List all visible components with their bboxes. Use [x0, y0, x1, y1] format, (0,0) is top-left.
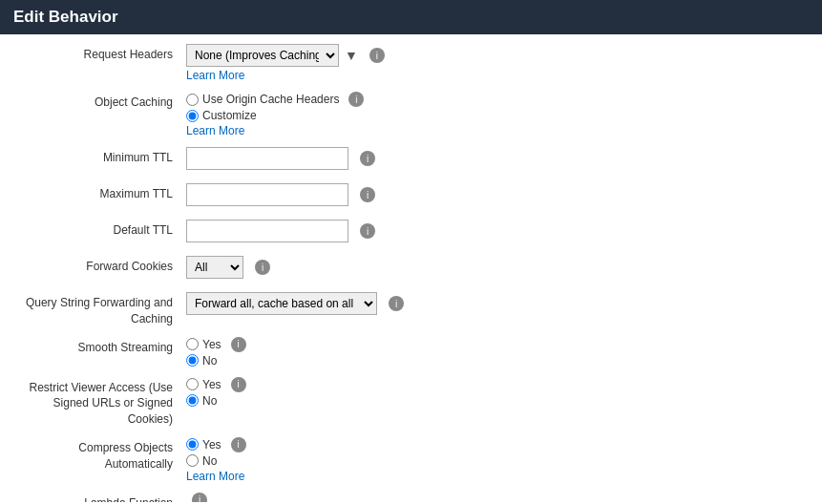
min-ttl-row: Minimum TTL 3500 i [19, 147, 803, 174]
restrict-viewer-radio-no[interactable] [186, 394, 199, 407]
smooth-streaming-label: Smooth Streaming [19, 337, 186, 356]
request-headers-controls: None (Improves Caching) ▼ i [186, 44, 803, 67]
max-ttl-row: Maximum TTL 31536000 i [19, 183, 803, 210]
smooth-streaming-row: Smooth Streaming Yes i No [19, 337, 803, 368]
smooth-streaming-no-row: No [186, 354, 803, 368]
compress-no-row: No [186, 454, 803, 468]
max-ttl-field: 31536000 i [186, 183, 803, 206]
request-headers-select[interactable]: None (Improves Caching) [186, 44, 339, 67]
object-caching-field: Use Origin Cache Headers i Customize Lea… [186, 92, 803, 137]
object-caching-row: Object Caching Use Origin Cache Headers … [19, 92, 803, 137]
restrict-viewer-yes-label: Yes [202, 378, 221, 391]
forward-cookies-select[interactable]: All [186, 256, 243, 279]
page-title: Edit Behavior [13, 8, 118, 26]
compress-field: Yes i No Learn More [186, 437, 803, 483]
query-string-select[interactable]: Forward all, cache based on all [186, 292, 377, 315]
min-ttl-controls: 3500 i [186, 147, 803, 170]
restrict-viewer-no-label: No [202, 394, 217, 408]
request-headers-learn-more[interactable]: Learn More [186, 69, 803, 82]
compress-no-label: No [202, 454, 217, 468]
query-string-label: Query String Forwarding and Caching [19, 292, 186, 327]
form-content: Request Headers None (Improves Caching) … [0, 34, 822, 502]
min-ttl-label: Minimum TTL [19, 147, 186, 166]
min-ttl-input[interactable]: 3500 [186, 147, 348, 170]
restrict-viewer-row: Restrict Viewer Access (Use Signed URLs … [19, 377, 803, 428]
request-headers-label: Request Headers [19, 44, 186, 63]
forward-cookies-row: Forward Cookies All i [19, 256, 803, 283]
object-caching-option2-row: Customize [186, 109, 803, 122]
request-headers-field: None (Improves Caching) ▼ i Learn More [186, 44, 803, 82]
default-ttl-info-icon[interactable]: i [360, 223, 375, 239]
smooth-streaming-field: Yes i No [186, 337, 803, 368]
request-headers-info-icon[interactable]: i [369, 48, 385, 63]
smooth-streaming-radio-no[interactable] [186, 354, 199, 367]
query-string-info-icon[interactable]: i [389, 296, 404, 311]
smooth-streaming-info-icon[interactable]: i [231, 337, 246, 352]
object-caching-option1-row: Use Origin Cache Headers i [186, 92, 803, 107]
default-ttl-field: 86400 i [186, 220, 803, 242]
object-caching-label: Object Caching [19, 92, 186, 111]
default-ttl-label: Default TTL [19, 220, 186, 239]
forward-cookies-info-icon[interactable]: i [255, 260, 270, 275]
compress-yes-row: Yes i [186, 437, 803, 452]
default-ttl-row: Default TTL 86400 i [19, 220, 803, 246]
lambda-info-icon[interactable]: i [192, 493, 207, 502]
forward-cookies-field: All i [186, 256, 803, 279]
object-caching-option2-label: Customize [202, 109, 257, 122]
restrict-viewer-radio-yes[interactable] [186, 378, 199, 390]
compress-info-icon[interactable]: i [231, 437, 246, 452]
object-caching-radio1[interactable] [186, 94, 199, 106]
forward-cookies-controls: All i [186, 256, 803, 279]
restrict-viewer-yes-row: Yes i [186, 377, 803, 392]
compress-radio-no[interactable] [186, 454, 199, 467]
object-caching-learn-more[interactable]: Learn More [186, 124, 803, 137]
compress-label: Compress Objects Automatically [19, 437, 186, 472]
request-headers-select-wrapper: None (Improves Caching) [186, 44, 339, 67]
restrict-viewer-label: Restrict Viewer Access (Use Signed URLs … [19, 377, 186, 428]
max-ttl-input[interactable]: 31536000 [186, 183, 348, 206]
lambda-label: Lambda Function Associations [19, 493, 186, 502]
compress-radio-yes[interactable] [186, 438, 199, 451]
restrict-viewer-info-icon[interactable]: i [231, 377, 246, 392]
min-ttl-info-icon[interactable]: i [360, 151, 375, 166]
lambda-field: i [186, 493, 803, 502]
request-headers-row: Request Headers None (Improves Caching) … [19, 44, 803, 82]
lambda-info-row: i [186, 493, 803, 502]
object-caching-info-icon[interactable]: i [348, 92, 364, 107]
default-ttl-input[interactable]: 86400 [186, 220, 348, 242]
min-ttl-field: 3500 i [186, 147, 803, 170]
object-caching-radio2[interactable] [186, 110, 199, 122]
max-ttl-info-icon[interactable]: i [360, 187, 375, 202]
query-string-row: Query String Forwarding and Caching Forw… [19, 292, 803, 327]
compress-learn-more[interactable]: Learn More [186, 470, 803, 483]
max-ttl-controls: 31536000 i [186, 183, 803, 206]
compress-yes-label: Yes [202, 438, 221, 452]
page-header: Edit Behavior [0, 0, 822, 34]
max-ttl-label: Maximum TTL [19, 183, 186, 202]
forward-cookies-label: Forward Cookies [19, 256, 186, 275]
object-caching-option1-label: Use Origin Cache Headers [202, 93, 339, 106]
query-string-field: Forward all, cache based on all i [186, 292, 803, 315]
restrict-viewer-field: Yes i No [186, 377, 803, 408]
smooth-streaming-radio-yes[interactable] [186, 338, 199, 350]
compress-row: Compress Objects Automatically Yes i No … [19, 437, 803, 483]
dropdown-caret-icon: ▼ [345, 48, 358, 63]
lambda-row: Lambda Function Associations i [19, 493, 803, 502]
smooth-streaming-yes-label: Yes [202, 338, 221, 351]
default-ttl-controls: 86400 i [186, 220, 803, 242]
smooth-streaming-yes-row: Yes i [186, 337, 803, 352]
restrict-viewer-no-row: No [186, 394, 803, 408]
smooth-streaming-no-label: No [202, 354, 217, 368]
query-string-controls: Forward all, cache based on all i [186, 292, 803, 315]
